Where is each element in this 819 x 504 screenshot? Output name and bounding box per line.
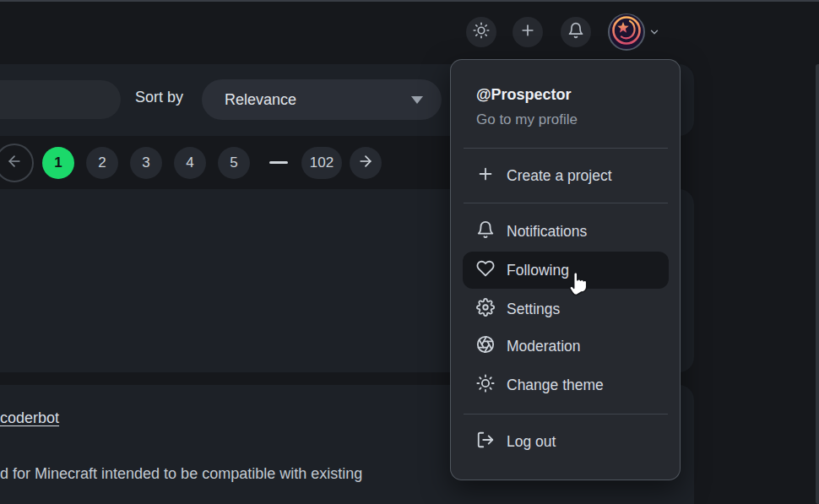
chevron-down-icon[interactable]: [647, 26, 662, 41]
menu-item-label: Create a project: [507, 167, 612, 185]
menu-item-log-out[interactable]: Log out: [463, 423, 669, 460]
menu-go-to-profile[interactable]: Go to my profile: [476, 111, 578, 128]
logout-icon: [476, 431, 495, 453]
pagination-page-2[interactable]: 2: [86, 147, 118, 179]
gear-icon: [476, 298, 495, 321]
create-project-button[interactable]: [513, 17, 543, 47]
pagination-prev-button[interactable]: [0, 144, 34, 182]
menu-item-label: Moderation: [507, 338, 581, 355]
menu-item-create-project[interactable]: Create a project: [463, 157, 669, 194]
avatar: [610, 14, 643, 51]
sun-icon: [476, 374, 495, 397]
right-sidebar-edge: [816, 64, 819, 504]
arrow-right-icon: [357, 153, 374, 174]
pagination-page-4[interactable]: 4: [174, 147, 206, 179]
pagination-page-3[interactable]: 3: [130, 147, 162, 179]
menu-item-label: Settings: [507, 301, 560, 318]
menu-divider: [464, 414, 668, 415]
sort-select[interactable]: Relevance: [202, 79, 442, 120]
plus-icon: [519, 22, 536, 42]
menu-item-label: Change theme: [507, 377, 604, 394]
menu-item-following[interactable]: Following: [463, 252, 669, 289]
notifications-button[interactable]: [561, 17, 591, 47]
user-dropdown-menu: @Prospector Go to my profile Create a pr…: [450, 59, 681, 480]
pagination-last-page[interactable]: 102: [301, 147, 342, 179]
pagination-page-1[interactable]: 1: [42, 147, 74, 179]
dropdown-caret-icon: [411, 96, 423, 104]
result-description: d for Minecraft intended to be compatibl…: [0, 465, 362, 483]
menu-item-change-theme[interactable]: Change theme: [463, 366, 669, 404]
sort-by-label: Sort by: [135, 89, 183, 106]
aperture-icon: [476, 335, 495, 358]
menu-item-label: Notifications: [507, 223, 587, 241]
sun-icon: [473, 22, 490, 42]
menu-item-notifications[interactable]: Notifications: [463, 213, 669, 250]
page: Sort by Relevance 1 2 3 4 5 102 uid3 ine…: [0, 0, 819, 504]
heart-icon: [476, 259, 495, 282]
menu-divider: [464, 203, 668, 203]
plus-icon: [476, 165, 495, 187]
bell-icon: [476, 220, 495, 243]
menu-item-settings[interactable]: Settings: [463, 290, 669, 328]
menu-item-label: Log out: [507, 433, 556, 451]
search-input[interactable]: [0, 80, 121, 119]
menu-item-moderation[interactable]: Moderation: [463, 328, 669, 365]
pagination-gap-dash: [269, 161, 288, 164]
menu-item-label: Following: [507, 262, 569, 279]
sort-selected-value: Relevance: [225, 91, 296, 108]
pagination-page-5[interactable]: 5: [218, 147, 250, 179]
user-avatar-button[interactable]: [608, 14, 645, 51]
arrow-left-icon: [6, 153, 23, 174]
menu-username: @Prospector: [476, 86, 572, 104]
theme-toggle-button[interactable]: [466, 17, 496, 47]
pagination-next-button[interactable]: [350, 147, 382, 179]
bell-icon: [567, 22, 584, 42]
result-author-link[interactable]: coderbot: [0, 409, 59, 427]
menu-divider: [464, 148, 668, 149]
window-top-border: [0, 0, 819, 2]
